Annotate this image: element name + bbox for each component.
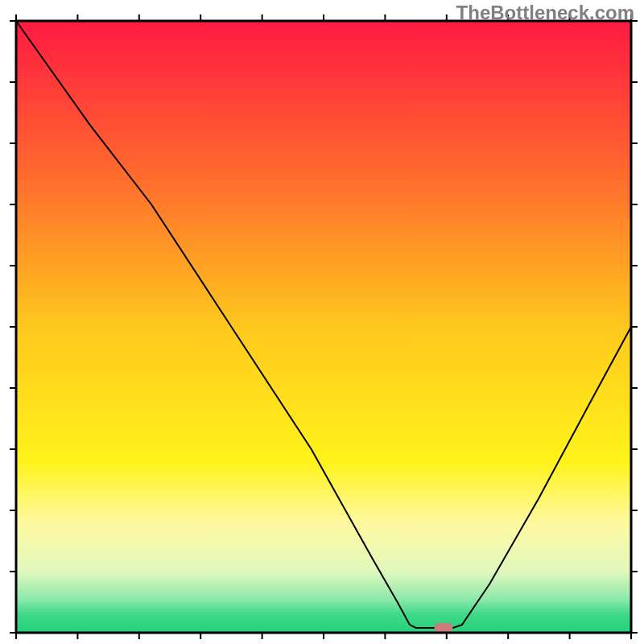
watermark-text: TheBottleneck.com	[456, 2, 634, 24]
bottleneck-chart	[0, 0, 644, 644]
marker-pill	[435, 623, 453, 633]
chart-container: TheBottleneck.com	[0, 0, 644, 644]
chart-background	[16, 21, 631, 633]
